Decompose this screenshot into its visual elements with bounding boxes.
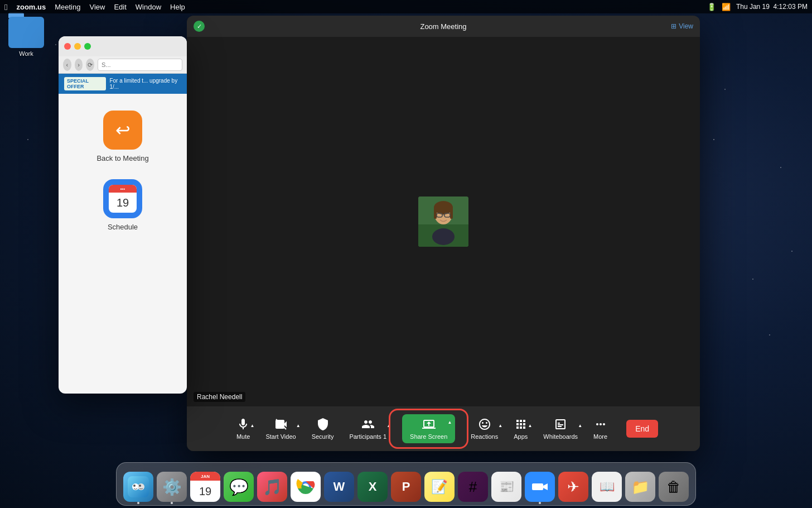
zoom-view-button[interactable]: ⊞ View [671,22,693,30]
dock-item-excel[interactable]: X [357,472,388,502]
apps-caret[interactable]: ▲ [528,423,532,428]
notes-icon: 📝 [431,479,448,495]
panel-close-button[interactable] [64,43,71,50]
menubar-help[interactable]: Help [170,3,185,11]
schedule-label: Schedule [108,223,138,231]
panel-minimize-button[interactable] [74,43,81,50]
dock-item-powerpoint[interactable]: P [391,472,421,502]
dock-item-news[interactable]: 📰 [491,472,521,502]
finder-icon [128,476,149,497]
desktop:  zoom.us Meeting View Edit Window Help … [0,0,812,508]
whiteboards-button[interactable]: ▲ Whiteboards [535,418,586,440]
menubar-edit[interactable]: Edit [114,3,126,11]
panel-content: ↩ Back to Meeting ▪▪▪ 19 Schedule [59,94,187,248]
dock-dot-finder [137,502,139,504]
menubar-battery[interactable]: 🔋 [707,3,716,11]
zoom-titlebar: ✓ Zoom Meeting ⊞ View [187,16,700,37]
reactions-caret[interactable]: ▲ [498,423,502,428]
special-offer-bar: SPECIAL OFFER For a limited t... upgrade… [59,74,187,94]
menubar-view[interactable]: View [89,3,105,11]
menubar-window[interactable]: Window [136,3,161,11]
apple-menu[interactable]:  [4,2,7,12]
security-label: Security [312,433,334,440]
end-button[interactable]: End [626,420,658,438]
cal-dock-date: 19 [199,481,211,502]
back-arrow-icon: ↩ [115,119,130,141]
mute-label: Mute [236,433,250,440]
zoom-window: ✓ Zoom Meeting ⊞ View [187,16,700,451]
svg-rect-5 [450,208,453,219]
back-to-meeting-item[interactable]: ↩ Back to Meeting [96,111,148,162]
more-button[interactable]: More [586,418,615,440]
start-video-label: Start Video [265,433,296,440]
dock-item-zoom[interactable] [525,472,555,502]
apps-button[interactable]: ▲ Apps [506,418,535,440]
calendar-inner: ▪▪▪ 19 [109,185,137,213]
news-icon: 📰 [499,480,514,494]
menubar-app-name[interactable]: zoom.us [16,3,46,11]
apps-label: Apps [514,433,528,440]
zoom-window-title: Zoom Meeting [420,22,466,31]
panel-back-button[interactable]: ‹ [63,59,71,71]
dock-item-chrome[interactable] [291,472,321,502]
trash-icon: 🗑 [666,478,681,496]
participants-caret[interactable]: ▲ [386,423,391,428]
menubar-wifi[interactable]: 📶 [722,3,731,11]
dock-item-notes[interactable]: 📝 [424,472,455,502]
dock-item-trash[interactable]: 🗑 [659,472,689,502]
panel-search-input[interactable] [98,59,182,71]
mute-button[interactable]: ▲ Mute [229,418,258,440]
more-icon [594,418,607,431]
schedule-icon: ▪▪▪ 19 [103,179,142,218]
view-label: View [679,22,693,30]
dock-item-readkit[interactable]: 📖 [592,472,622,502]
participant-photo [418,197,468,247]
reactions-label: Reactions [471,433,498,440]
messages-icon: 💬 [229,478,249,496]
participant-avatar-svg [418,197,468,247]
more-label: More [593,433,607,440]
participants-button[interactable]: ▲ Participants 1 [341,418,394,440]
dock-item-slack[interactable]: # [458,472,488,502]
desktop-folder-work[interactable]: Work [8,17,44,57]
panel-maximize-button[interactable] [84,43,91,50]
whiteboards-icon [554,418,567,431]
dock-item-music[interactable]: 🎵 [257,472,287,502]
menubar-right: 🔋 📶 Thu Jan 19 4:12:03 PM [707,3,808,11]
video-caret[interactable]: ▲ [296,423,301,428]
menubar-meeting[interactable]: Meeting [55,3,80,11]
mute-caret[interactable]: ▲ [250,423,254,428]
whiteboards-caret[interactable]: ▲ [578,423,582,428]
start-video-button[interactable]: ▲ Start Video [258,418,303,440]
dock-item-word[interactable]: W [324,472,354,502]
share-screen-caret[interactable]: ▲ [447,420,452,425]
apps-icon [514,418,528,431]
participant-name: Rachel Needell [194,392,245,402]
panel-forward-button[interactable]: › [75,59,83,71]
share-screen-button[interactable]: ▲ Share Screen [394,414,463,443]
dock-item-system-preferences[interactable]: ⚙️ [157,472,187,502]
svg-point-3 [434,201,453,214]
files-icon: 📁 [631,478,649,496]
cal-dock-number: 19 [199,485,211,498]
dock-item-airmail[interactable]: ✈ [558,472,588,502]
special-offer-badge: SPECIAL OFFER [64,77,106,90]
special-offer-text: For a limited t... upgrade by 1/... [109,78,181,90]
dock-dot-zoom [539,502,541,504]
panel-nav: ‹ › ⟳ [59,56,187,74]
svg-rect-4 [434,208,437,219]
dock-item-finder[interactable] [123,472,153,502]
menubar-clock[interactable]: Thu Jan 19 4:12:03 PM [736,3,808,11]
zoom-toolbar: ▲ Mute ▲ Start Video [187,406,700,451]
panel-refresh-button[interactable]: ⟳ [86,59,94,71]
music-icon: 🎵 [263,478,282,496]
dock-item-calendar[interactable]: JAN 19 [190,472,220,502]
reactions-button[interactable]: ▲ Reactions [463,418,506,440]
dock: ⚙️ JAN 19 💬 🎵 [116,462,696,506]
mute-icon [236,418,250,431]
security-button[interactable]: Security [304,418,342,440]
schedule-item[interactable]: ▪▪▪ 19 Schedule [103,179,142,231]
dock-item-files[interactable]: 📁 [625,472,655,502]
dock-item-messages[interactable]: 💬 [224,472,254,502]
view-grid-icon: ⊞ [671,22,676,30]
